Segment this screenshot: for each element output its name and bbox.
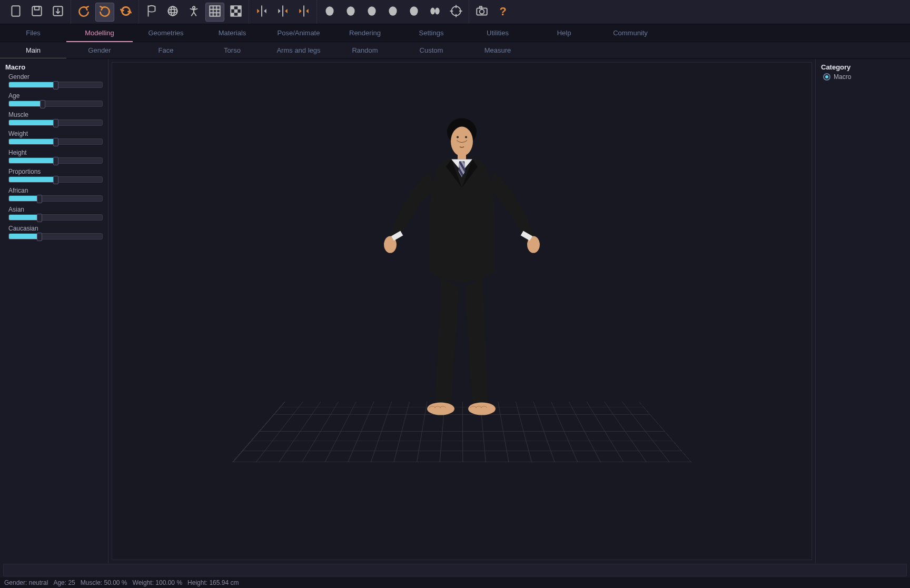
tab-help[interactable]: Help [531,24,597,42]
reload-button[interactable] [116,3,135,22]
camera-button[interactable] [472,3,491,22]
svg-rect-1 [32,6,41,15]
slider-track[interactable] [8,233,103,240]
svg-rect-14 [238,13,241,16]
slider-thumb[interactable] [53,81,58,89]
slider-label: Caucasian [8,225,103,232]
slider-thumb[interactable] [53,176,58,184]
slider-fill [9,177,56,182]
head-back-button[interactable] [362,3,381,22]
toolbar-group [3,0,71,24]
target-icon [449,4,463,19]
status-weight: Weight: 100.00 % [133,579,183,586]
wireframe-sphere-icon [166,4,180,19]
mirror-h-icon [255,4,269,19]
tab-community[interactable]: Community [597,24,664,42]
tab-files[interactable]: Files [0,24,66,42]
undo-button[interactable] [74,3,93,22]
subtab-arms-and-legs[interactable]: Arms and legs [265,42,332,58]
slider-track[interactable] [8,101,103,107]
slider-label: Gender [8,73,103,81]
wireframe-sphere-button[interactable] [163,3,182,22]
save-button[interactable] [27,3,46,22]
subtab-face[interactable]: Face [133,42,199,58]
pose-star-button[interactable] [184,3,203,22]
slider-thumb[interactable] [37,233,42,241]
head-side-button[interactable] [341,3,360,22]
slider-fill [9,196,39,201]
toolbar-group: ? [469,0,516,24]
tab-settings[interactable]: Settings [398,24,464,42]
svg-rect-25 [480,6,482,8]
subtab-torso[interactable]: Torso [199,42,265,58]
mirror-v-button[interactable] [273,3,292,22]
slider-thumb[interactable] [53,119,58,127]
human-figure [367,109,557,435]
ears-button[interactable] [426,3,444,22]
command-input[interactable] [3,564,907,576]
export-button[interactable] [48,3,67,22]
flag-button[interactable] [142,3,161,22]
subtab-random[interactable]: Random [332,42,398,58]
slider-fill [9,120,56,125]
status-bar: Gender: neutral Age: 25 Muscle: 50.00 % … [0,577,910,588]
slider-muscle: Muscle [5,111,103,126]
slider-track[interactable] [8,138,103,145]
slider-track[interactable] [8,176,103,183]
svg-rect-0 [12,6,19,16]
slider-fill [9,215,39,220]
slider-label: Proportions [8,168,103,175]
ears-icon [428,4,442,19]
slider-thumb[interactable] [53,138,58,146]
status-age: Age: 25 [53,579,75,586]
tab-pose-animate[interactable]: Pose/Animate [265,24,332,42]
pose-star-icon [187,4,201,19]
tab-materials[interactable]: Materials [199,24,265,42]
tab-utilities[interactable]: Utilities [464,24,531,42]
slider-thumb[interactable] [37,214,42,222]
slider-thumb[interactable] [37,195,42,203]
subtab-main[interactable]: Main [0,42,66,58]
subtab-gender[interactable]: Gender [66,42,133,58]
slider-track[interactable] [8,195,103,202]
tab-rendering[interactable]: Rendering [332,24,398,42]
checker-button[interactable] [226,3,245,22]
slider-thumb[interactable] [53,157,58,165]
radio-outer [823,73,830,81]
toolbar: ? [0,0,910,24]
slider-label: Asian [8,206,103,213]
subtab-custom[interactable]: Custom [398,42,464,58]
slider-list: GenderAgeMuscleWeightHeightProportionsAf… [5,73,103,240]
slider-track[interactable] [8,214,103,221]
slider-track[interactable] [8,157,103,164]
target-button[interactable] [447,3,466,22]
mirror-both-button[interactable] [294,3,313,22]
radio-label: Macro [834,73,851,81]
grid-icon [208,4,222,19]
slider-track[interactable] [8,119,103,126]
head-34-button[interactable] [383,3,402,22]
grid-button[interactable] [205,3,224,22]
scene [112,63,812,560]
slider-thumb[interactable] [40,100,45,108]
head-top-button[interactable] [404,3,423,22]
svg-point-21 [435,8,440,15]
viewport-3d[interactable] [112,62,812,560]
svg-rect-10 [231,6,234,9]
file-blank-icon [9,4,23,19]
radio-macro[interactable]: Macro [821,73,905,81]
save-icon [30,4,44,19]
head-front-button[interactable] [320,3,339,22]
redo-button[interactable] [95,3,114,22]
slider-track[interactable] [8,82,103,88]
subtab-measure[interactable]: Measure [464,42,531,58]
file-blank-button[interactable] [6,3,25,22]
tab-geometries[interactable]: Geometries [133,24,199,42]
left-panel-title: Macro [5,63,103,71]
mirror-h-button[interactable] [252,3,271,22]
slider-label: Age [8,92,103,99]
tab-modelling[interactable]: Modelling [66,24,133,42]
toolbar-group [249,0,316,24]
help-button[interactable]: ? [493,3,512,22]
slider-label: Muscle [8,111,103,118]
